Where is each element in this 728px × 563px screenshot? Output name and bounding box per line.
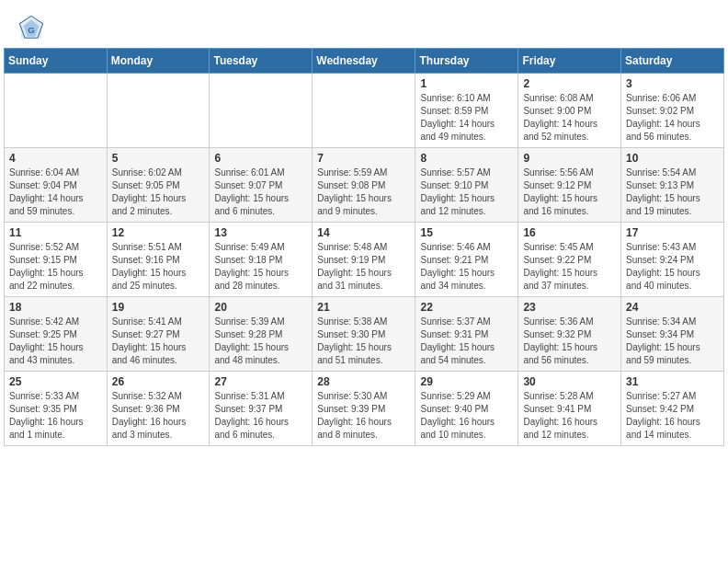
day-info: Sunrise: 6:06 AM Sunset: 9:02 PM Dayligh… [626, 92, 719, 144]
calendar-week-row: 25Sunrise: 5:33 AM Sunset: 9:35 PM Dayli… [5, 372, 724, 446]
calendar-cell: 18Sunrise: 5:42 AM Sunset: 9:25 PM Dayli… [5, 297, 108, 372]
day-info: Sunrise: 5:43 AM Sunset: 9:24 PM Dayligh… [626, 241, 719, 293]
day-info: Sunrise: 5:28 AM Sunset: 9:41 PM Dayligh… [523, 390, 616, 442]
day-info: Sunrise: 5:46 AM Sunset: 9:21 PM Dayligh… [420, 241, 513, 293]
day-info: Sunrise: 5:34 AM Sunset: 9:34 PM Dayligh… [626, 316, 719, 367]
day-info: Sunrise: 5:30 AM Sunset: 9:39 PM Dayligh… [317, 390, 410, 442]
weekday-header: Saturday [621, 49, 724, 74]
calendar-cell: 16Sunrise: 5:45 AM Sunset: 9:22 PM Dayli… [518, 223, 621, 297]
day-number: 8 [420, 152, 513, 165]
calendar-cell: 20Sunrise: 5:39 AM Sunset: 9:28 PM Dayli… [210, 297, 313, 372]
day-info: Sunrise: 6:08 AM Sunset: 9:00 PM Dayligh… [523, 92, 616, 144]
day-number: 31 [626, 375, 719, 388]
calendar-week-row: 18Sunrise: 5:42 AM Sunset: 9:25 PM Dayli… [5, 297, 724, 372]
day-number: 19 [112, 301, 205, 314]
day-number: 25 [9, 375, 102, 388]
day-number: 30 [523, 375, 616, 388]
calendar-cell: 21Sunrise: 5:38 AM Sunset: 9:30 PM Dayli… [313, 297, 415, 372]
day-info: Sunrise: 5:36 AM Sunset: 9:32 PM Dayligh… [523, 316, 616, 367]
day-info: Sunrise: 6:04 AM Sunset: 9:04 PM Dayligh… [9, 167, 102, 218]
day-info: Sunrise: 5:54 AM Sunset: 9:13 PM Dayligh… [626, 167, 719, 218]
day-info: Sunrise: 5:39 AM Sunset: 9:28 PM Dayligh… [214, 316, 307, 367]
day-info: Sunrise: 6:02 AM Sunset: 9:05 PM Dayligh… [112, 167, 205, 218]
day-info: Sunrise: 5:31 AM Sunset: 9:37 PM Dayligh… [214, 390, 307, 442]
svg-text:G: G [28, 25, 35, 35]
day-info: Sunrise: 5:52 AM Sunset: 9:15 PM Dayligh… [9, 241, 102, 293]
day-number: 11 [9, 226, 102, 239]
day-info: Sunrise: 5:38 AM Sunset: 9:30 PM Dayligh… [317, 316, 410, 367]
day-number: 14 [317, 226, 410, 239]
calendar-cell: 11Sunrise: 5:52 AM Sunset: 9:15 PM Dayli… [5, 223, 108, 297]
day-info: Sunrise: 5:42 AM Sunset: 9:25 PM Dayligh… [9, 316, 102, 367]
day-info: Sunrise: 6:10 AM Sunset: 8:59 PM Dayligh… [420, 92, 513, 144]
calendar-cell: 5Sunrise: 6:02 AM Sunset: 9:05 PM Daylig… [107, 148, 210, 223]
weekday-header-row: SundayMondayTuesdayWednesdayThursdayFrid… [5, 49, 724, 74]
day-number: 2 [523, 77, 616, 90]
calendar-week-row: 4Sunrise: 6:04 AM Sunset: 9:04 PM Daylig… [5, 148, 724, 223]
calendar-cell: 15Sunrise: 5:46 AM Sunset: 9:21 PM Dayli… [415, 223, 518, 297]
calendar-cell: 2Sunrise: 6:08 AM Sunset: 9:00 PM Daylig… [518, 74, 621, 148]
day-info: Sunrise: 5:49 AM Sunset: 9:18 PM Dayligh… [214, 241, 307, 293]
day-number: 23 [523, 301, 616, 314]
day-number: 4 [9, 152, 102, 165]
day-info: Sunrise: 5:56 AM Sunset: 9:12 PM Dayligh… [523, 167, 616, 218]
calendar-cell: 28Sunrise: 5:30 AM Sunset: 9:39 PM Dayli… [313, 372, 415, 446]
calendar-cell [5, 74, 108, 148]
calendar-cell: 1Sunrise: 6:10 AM Sunset: 8:59 PM Daylig… [415, 74, 518, 148]
calendar-cell: 4Sunrise: 6:04 AM Sunset: 9:04 PM Daylig… [5, 148, 108, 223]
logo: G [18, 15, 48, 40]
calendar-cell: 10Sunrise: 5:54 AM Sunset: 9:13 PM Dayli… [621, 148, 724, 223]
day-number: 10 [626, 152, 719, 165]
calendar-cell: 30Sunrise: 5:28 AM Sunset: 9:41 PM Dayli… [518, 372, 621, 446]
calendar-cell: 3Sunrise: 6:06 AM Sunset: 9:02 PM Daylig… [621, 74, 724, 148]
day-info: Sunrise: 5:27 AM Sunset: 9:42 PM Dayligh… [626, 390, 719, 442]
calendar-cell: 24Sunrise: 5:34 AM Sunset: 9:34 PM Dayli… [621, 297, 724, 372]
day-number: 15 [420, 226, 513, 239]
calendar-cell: 19Sunrise: 5:41 AM Sunset: 9:27 PM Dayli… [107, 297, 210, 372]
weekday-header: Sunday [5, 49, 108, 74]
calendar-cell: 22Sunrise: 5:37 AM Sunset: 9:31 PM Dayli… [415, 297, 518, 372]
calendar-body: 1Sunrise: 6:10 AM Sunset: 8:59 PM Daylig… [5, 74, 724, 446]
day-number: 20 [214, 301, 307, 314]
day-info: Sunrise: 5:57 AM Sunset: 9:10 PM Dayligh… [420, 167, 513, 218]
day-number: 9 [523, 152, 616, 165]
calendar-week-row: 1Sunrise: 6:10 AM Sunset: 8:59 PM Daylig… [5, 74, 724, 148]
calendar-week-row: 11Sunrise: 5:52 AM Sunset: 9:15 PM Dayli… [5, 223, 724, 297]
calendar-header: SundayMondayTuesdayWednesdayThursdayFrid… [5, 49, 724, 74]
day-number: 24 [626, 301, 719, 314]
day-number: 18 [9, 301, 102, 314]
calendar-cell: 6Sunrise: 6:01 AM Sunset: 9:07 PM Daylig… [210, 148, 313, 223]
calendar-cell: 25Sunrise: 5:33 AM Sunset: 9:35 PM Dayli… [5, 372, 108, 446]
day-info: Sunrise: 5:32 AM Sunset: 9:36 PM Dayligh… [112, 390, 205, 442]
calendar-cell: 23Sunrise: 5:36 AM Sunset: 9:32 PM Dayli… [518, 297, 621, 372]
day-number: 22 [420, 301, 513, 314]
day-number: 21 [317, 301, 410, 314]
day-info: Sunrise: 5:48 AM Sunset: 9:19 PM Dayligh… [317, 241, 410, 293]
day-info: Sunrise: 6:01 AM Sunset: 9:07 PM Dayligh… [214, 167, 307, 218]
weekday-header: Monday [107, 49, 210, 74]
weekday-header: Friday [518, 49, 621, 74]
calendar-table: SundayMondayTuesdayWednesdayThursdayFrid… [4, 48, 724, 446]
day-number: 28 [317, 375, 410, 388]
day-number: 29 [420, 375, 513, 388]
day-info: Sunrise: 5:45 AM Sunset: 9:22 PM Dayligh… [523, 241, 616, 293]
day-number: 27 [214, 375, 307, 388]
day-number: 7 [317, 152, 410, 165]
page-header: G [0, 0, 728, 48]
day-number: 1 [420, 77, 513, 90]
day-number: 3 [626, 77, 719, 90]
day-number: 12 [112, 226, 205, 239]
weekday-header: Tuesday [210, 49, 313, 74]
day-number: 5 [112, 152, 205, 165]
day-info: Sunrise: 5:37 AM Sunset: 9:31 PM Dayligh… [420, 316, 513, 367]
weekday-header: Wednesday [313, 49, 415, 74]
day-info: Sunrise: 5:29 AM Sunset: 9:40 PM Dayligh… [420, 390, 513, 442]
calendar-cell: 29Sunrise: 5:29 AM Sunset: 9:40 PM Dayli… [415, 372, 518, 446]
day-number: 6 [214, 152, 307, 165]
calendar-cell: 12Sunrise: 5:51 AM Sunset: 9:16 PM Dayli… [107, 223, 210, 297]
logo-icon: G [18, 15, 44, 40]
calendar-cell: 7Sunrise: 5:59 AM Sunset: 9:08 PM Daylig… [313, 148, 415, 223]
calendar-cell [107, 74, 210, 148]
day-info: Sunrise: 5:51 AM Sunset: 9:16 PM Dayligh… [112, 241, 205, 293]
day-number: 17 [626, 226, 719, 239]
